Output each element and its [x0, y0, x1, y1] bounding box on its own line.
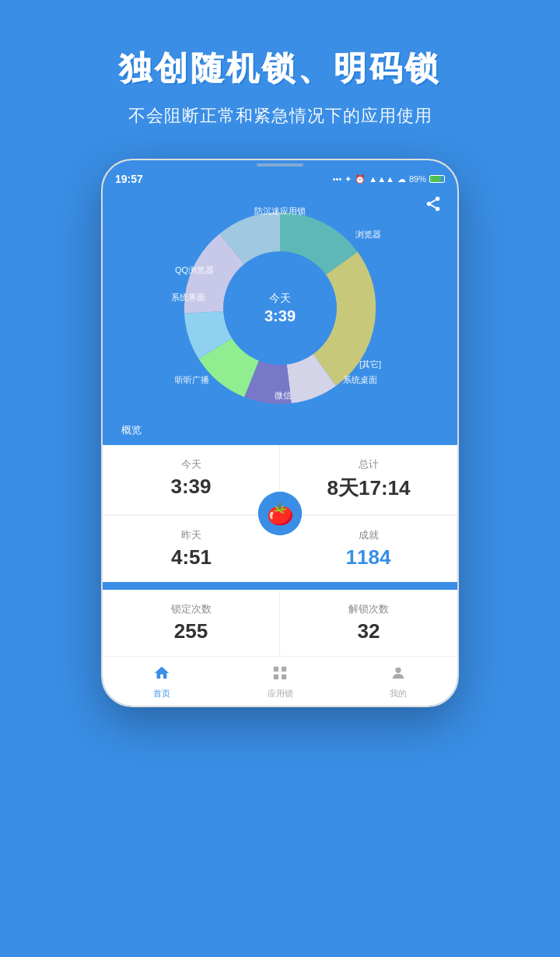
nav-home[interactable]: 首页 — [103, 657, 221, 706]
stat-achievement-label: 成就 — [296, 528, 441, 542]
svg-line-3 — [431, 205, 436, 208]
stat-total-value: 8天17:14 — [296, 475, 442, 502]
status-time: 19:57 — [115, 173, 143, 185]
phone-content: 今天 3:39 防沉迷应用锁 浏览器 [其它] 系统桌面 微信 听听广播 系统界… — [103, 191, 457, 706]
donut-center-text: 今天 3:39 — [264, 292, 296, 325]
battery-icon — [429, 175, 445, 183]
svg-point-2 — [436, 207, 440, 212]
unlock-count-cell: 解锁次数 32 — [280, 590, 457, 656]
svg-rect-14 — [274, 667, 278, 671]
lock-count-label: 锁定次数 — [118, 602, 264, 616]
nav-home-label: 首页 — [153, 688, 170, 699]
phone-speaker — [103, 160, 457, 167]
nav-mine[interactable]: 我的 — [339, 657, 457, 706]
status-icons: ••• ✦ ⏰ ▲▲▲ ☁ 89% — [333, 174, 445, 184]
stat-yesterday-label: 昨天 — [118, 528, 264, 542]
signal-icon: ▲▲▲ — [369, 174, 394, 184]
unlock-count-label: 解锁次数 — [296, 602, 442, 616]
subtitle: 不会阻断正常和紧急情况下的应用使用 — [31, 104, 529, 128]
phone-mockup: 19:57 ••• ✦ ⏰ ▲▲▲ ☁ 89% — [101, 159, 459, 707]
stat-today: 今天 3:39 — [103, 445, 280, 515]
svg-point-18 — [395, 668, 401, 673]
header-section: 独创随机锁、明码锁 不会阻断正常和紧急情况下的应用使用 — [0, 0, 560, 151]
donut-chart-wrapper: 今天 3:39 防沉迷应用锁 浏览器 [其它] 系统桌面 微信 听听广播 系统界… — [171, 199, 389, 417]
alarm-icon: ⏰ — [355, 174, 366, 184]
bottom-nav: 首页 应用锁 — [103, 656, 457, 706]
battery-text: 89% — [409, 174, 426, 184]
stat-today-value: 3:39 — [118, 475, 264, 499]
stat-total-label: 总计 — [296, 457, 442, 471]
stat-yesterday: 昨天 4:51 — [103, 515, 280, 582]
status-bar: 19:57 ••• ✦ ⏰ ▲▲▲ ☁ 89% — [103, 167, 457, 191]
stat-total: 总计 8天17:14 — [280, 445, 457, 515]
chart-area: 今天 3:39 防沉迷应用锁 浏览器 [其它] 系统桌面 微信 听听广播 系统界… — [103, 191, 457, 445]
lock-count-cell: 锁定次数 255 — [103, 590, 280, 656]
svg-rect-15 — [282, 667, 286, 671]
nav-mine-label: 我的 — [390, 688, 407, 699]
home-icon — [153, 664, 170, 686]
status-dots: ••• — [333, 174, 342, 184]
speaker-bar — [257, 163, 303, 167]
phone-mockup-container: 19:57 ••• ✦ ⏰ ▲▲▲ ☁ 89% — [0, 159, 560, 707]
donut-today-time: 3:39 — [264, 307, 296, 325]
share-icon[interactable] — [425, 195, 442, 216]
stat-today-label: 今天 — [118, 457, 264, 471]
grid-icon — [271, 664, 289, 686]
svg-point-1 — [427, 202, 432, 206]
stats-grid: 今天 3:39 总计 8天17:14 🍅 昨天 4: — [103, 445, 457, 582]
person-icon — [390, 664, 407, 686]
stat-achievement: 成就 1184 — [280, 515, 457, 582]
donut-today-label: 今天 — [264, 292, 296, 306]
svg-point-0 — [436, 197, 440, 202]
bluetooth-icon: ✦ — [345, 174, 352, 184]
page-background: 独创随机锁、明码锁 不会阻断正常和紧急情况下的应用使用 19:57 ••• ✦ … — [0, 0, 560, 957]
tomato-button[interactable]: 🍅 — [258, 492, 302, 535]
wifi-icon: ☁ — [397, 174, 406, 184]
overview-label: 概览 — [118, 417, 442, 445]
main-title: 独创随机锁、明码锁 — [31, 47, 529, 90]
svg-line-4 — [431, 200, 436, 203]
lock-count-value: 255 — [118, 619, 264, 643]
stat-achievement-value: 1184 — [296, 545, 441, 570]
lock-stats: 锁定次数 255 解锁次数 32 — [103, 590, 457, 656]
nav-applock-label: 应用锁 — [268, 688, 293, 699]
stat-yesterday-value: 4:51 — [118, 545, 264, 570]
nav-applock[interactable]: 应用锁 — [221, 657, 339, 706]
svg-rect-17 — [282, 675, 286, 679]
svg-rect-16 — [274, 675, 278, 679]
unlock-count-value: 32 — [296, 619, 442, 643]
